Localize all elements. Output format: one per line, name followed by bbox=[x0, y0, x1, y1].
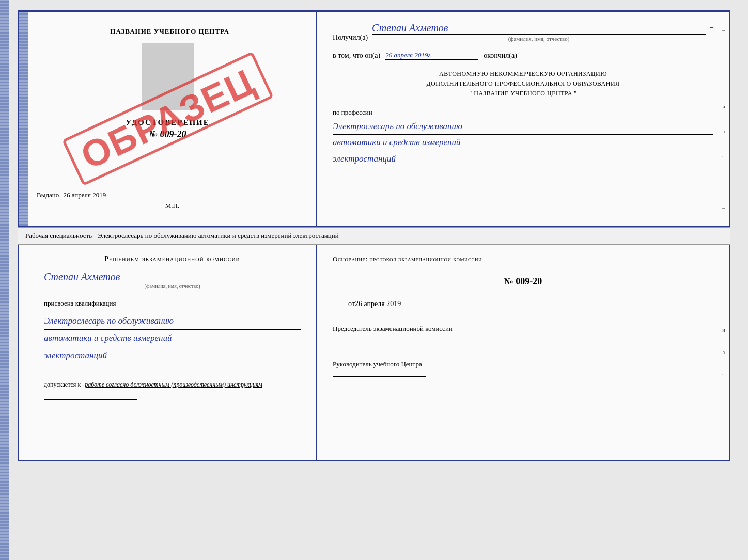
protocol-date-value: 26 апреля 2019 bbox=[355, 300, 401, 308]
director-block: Руководитель учебного Центра bbox=[333, 359, 713, 377]
cert-number: № 009-20 bbox=[149, 129, 186, 140]
decision-title: Решением экзаменационной комиссии bbox=[44, 255, 301, 263]
org-line2: ДОПОЛНИТЕЛЬНОГО ПРОФЕССИОНАЛЬНОГО ОБРАЗО… bbox=[333, 79, 713, 89]
texture-left bbox=[19, 12, 28, 226]
top-cert-right: Получил(а) Степан Ахметов (фамилия, имя,… bbox=[317, 12, 729, 226]
protocol-number: № 009-20 bbox=[333, 276, 713, 287]
director-label: Руководитель учебного Центра bbox=[333, 359, 713, 370]
chairman-block: Председатель экзаменационной комиссии bbox=[333, 324, 713, 341]
issued-date: Выдано 26 апреля 2019 bbox=[37, 191, 308, 199]
received-sub: (фамилия, имя, отчество) bbox=[372, 36, 706, 42]
protocol-date-label: от bbox=[348, 300, 355, 308]
director-sign-line bbox=[333, 376, 426, 377]
allowed-block: допускается к работе согласно должностны… bbox=[44, 380, 301, 389]
issued-date-value: 26 апреля 2019 bbox=[64, 191, 106, 199]
chairman-sign-line bbox=[333, 341, 426, 341]
right-side-chars: – – – и а ← – – bbox=[719, 12, 729, 226]
chairman-label: Председатель экзаменационной комиссии bbox=[333, 324, 713, 334]
person-sub: (фамилия, имя, отчество) bbox=[44, 283, 301, 289]
profession-block: по профессии Электрослесарь по обслужива… bbox=[333, 108, 713, 168]
received-block: Получил(а) Степан Ахметов (фамилия, имя,… bbox=[333, 22, 713, 42]
bottom-cert-left: Решением экзаменационной комиссии Степан… bbox=[19, 245, 317, 460]
qual-line1: Электрослесарь по обслуживанию bbox=[44, 313, 301, 330]
bottom-cert-right: Основание: протокол экзаменационной коми… bbox=[317, 245, 729, 460]
issued-label: Выдано bbox=[37, 191, 59, 199]
received-label: Получил(а) bbox=[333, 34, 368, 42]
top-certificate: НАЗВАНИЕ УЧЕБНОГО ЦЕНТРА УДОСТОВЕРЕНИЕ №… bbox=[18, 10, 730, 227]
qual-label: присвоена квалификация bbox=[44, 299, 301, 308]
cert-title: УДОСТОВЕРЕНИЕ bbox=[126, 118, 210, 127]
person-name: Степан Ахметов bbox=[44, 271, 301, 283]
specialty-line: Рабочая специальность - Электрослесарь п… bbox=[18, 227, 730, 245]
confirmed-block: в том, что он(а) 26 апреля 2019г. окончи… bbox=[333, 51, 713, 60]
org-line1: АВТОНОМНУЮ НЕКОММЕРЧЕСКУЮ ОРГАНИЗАЦИЮ bbox=[333, 69, 713, 79]
received-name: Степан Ахметов bbox=[372, 22, 706, 35]
basis-title: Основание: протокол экзаменационной коми… bbox=[333, 255, 713, 263]
texture-left-bottom bbox=[0, 0, 9, 560]
org-block: АВТОНОМНУЮ НЕКОММЕРЧЕСКУЮ ОРГАНИЗАЦИЮ ДО… bbox=[333, 69, 713, 99]
prof-line3: электростанций bbox=[333, 151, 713, 168]
prof-label: по профессии bbox=[333, 108, 713, 117]
prof-line2: автоматики и средств измерений bbox=[333, 135, 713, 151]
bottom-right-chars: – – – и а ← – – – bbox=[719, 245, 729, 460]
confirmed-label: в том, что он(а) bbox=[333, 52, 380, 60]
prof-line1: Электрослесарь по обслуживанию bbox=[333, 119, 713, 135]
document-container: НАЗВАНИЕ УЧЕБНОГО ЦЕНТРА УДОСТОВЕРЕНИЕ №… bbox=[18, 10, 730, 461]
bottom-certificate: Решением экзаменационной комиссии Степан… bbox=[18, 245, 730, 461]
qual-line2: автоматики и средств измерений bbox=[44, 330, 301, 347]
protocol-date-block: от26 апреля 2019 bbox=[348, 300, 713, 308]
confirmed-date: 26 апреля 2019г. bbox=[385, 51, 478, 60]
photo-placeholder bbox=[142, 43, 194, 110]
org-line3: " НАЗВАНИЕ УЧЕБНОГО ЦЕНТРА " bbox=[333, 89, 713, 99]
signature-line-left bbox=[44, 399, 137, 400]
top-cert-left: НАЗВАНИЕ УЧЕБНОГО ЦЕНТРА УДОСТОВЕРЕНИЕ №… bbox=[19, 12, 317, 226]
dash-right: – bbox=[710, 23, 713, 31]
allowed-text: работе согласно должностным (производств… bbox=[85, 381, 262, 388]
finished-label: окончил(а) bbox=[484, 52, 517, 60]
mp-line: М.П. bbox=[165, 202, 179, 210]
school-name-top: НАЗВАНИЕ УЧЕБНОГО ЦЕНТРА bbox=[110, 27, 229, 36]
allowed-label: допускается к bbox=[44, 381, 81, 388]
qual-line3: электростанций bbox=[44, 347, 301, 364]
